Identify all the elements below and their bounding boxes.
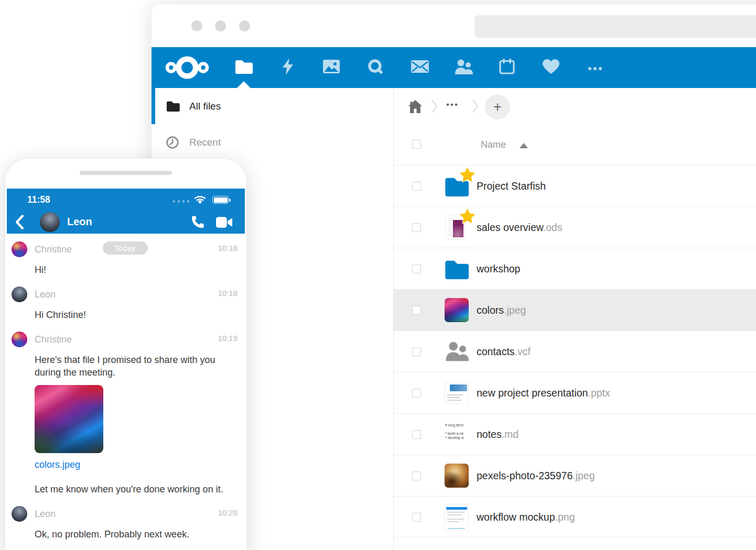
attachment-image-colors-jpeg[interactable]	[35, 385, 103, 453]
file-extension: .pptx	[588, 387, 610, 399]
favorite-star-icon[interactable]	[459, 207, 476, 226]
photo-thumbnail	[445, 464, 469, 488]
file-name[interactable]: workshop	[477, 263, 520, 274]
avatar-christine[interactable]	[12, 332, 27, 347]
avatar-leon[interactable]	[12, 287, 27, 302]
clock-icon	[166, 136, 180, 149]
mockup-text-line	[447, 512, 465, 513]
file-name[interactable]: Project Starfish	[477, 180, 546, 192]
file-name[interactable]: colors	[477, 304, 504, 316]
slide-text-line	[447, 397, 460, 398]
favorites-heart-app-icon[interactable]	[543, 59, 559, 76]
chat-message: Leon 10:18 Hi Christine!	[12, 287, 239, 321]
row-checkbox[interactable]	[412, 430, 421, 439]
wifi-icon	[194, 195, 206, 206]
browser-chrome	[152, 4, 756, 47]
row-checkbox[interactable]	[412, 471, 421, 480]
file-name[interactable]: pexels-photo-235976	[477, 470, 573, 481]
message-text: Hi Christine!	[35, 309, 228, 321]
file-row-colors[interactable]: colors.jpeg	[394, 289, 756, 331]
row-checkbox[interactable]	[412, 513, 421, 522]
file-extension: .md	[502, 428, 519, 440]
file-name[interactable]: notes	[477, 428, 502, 440]
file-row-workflow-mockup[interactable]: workflow mockup.png	[394, 496, 756, 537]
activity-app-icon[interactable]	[282, 58, 294, 77]
breadcrumb: ••• +	[394, 88, 756, 126]
file-extension: .jpeg	[504, 304, 526, 316]
phone-call-icon[interactable]	[191, 215, 204, 230]
select-all-checkbox[interactable]	[412, 140, 421, 149]
row-checkbox[interactable]	[412, 306, 421, 315]
video-call-icon[interactable]	[216, 217, 232, 230]
file-row-notes[interactable]: # long term * build a ne * develop a not…	[394, 413, 756, 455]
breadcrumb-ellipsis[interactable]: •••	[446, 100, 459, 110]
file-row-contacts[interactable]: contacts.vcf	[394, 331, 756, 372]
file-name[interactable]: sales overview	[477, 222, 543, 233]
address-bar[interactable]	[474, 15, 756, 38]
nextcloud-logo-icon[interactable]	[164, 54, 210, 83]
message-author: Christine	[35, 244, 72, 255]
mockup-text-line	[447, 514, 462, 515]
row-checkbox[interactable]	[412, 347, 421, 356]
markdown-preview-line: * develop a	[445, 436, 471, 440]
window-control-dot[interactable]	[215, 20, 226, 31]
slide-banner	[450, 384, 467, 391]
photos-app-icon[interactable]	[323, 60, 340, 75]
contacts-app-icon[interactable]	[454, 59, 473, 76]
phone-speaker	[80, 171, 172, 175]
window-control-dot[interactable]	[239, 20, 250, 31]
mockup-thumbnail	[445, 504, 469, 531]
chat-message-list: Christine Today 10:18 Hi! Leon 10:18 Hi …	[7, 234, 245, 541]
chat-message: Christine Today 10:18 Hi!	[12, 241, 239, 276]
row-checkbox[interactable]	[412, 223, 421, 232]
file-row-sales-overview[interactable]: sales overview.ods	[394, 206, 756, 248]
file-row-project-starfish[interactable]: Project Starfish	[394, 165, 756, 206]
sidebar-item-recent[interactable]: Recent	[152, 124, 393, 160]
message-text: Here's that file I promised to share wit…	[35, 354, 228, 379]
contact-name: Leon	[67, 216, 92, 228]
file-name[interactable]: workflow mockup	[477, 511, 555, 523]
mockup-text-line	[447, 519, 464, 520]
talk-app-icon[interactable]	[368, 59, 383, 76]
file-list-header: Name	[394, 126, 756, 165]
window-control-dot[interactable]	[191, 20, 202, 31]
row-checkbox[interactable]	[412, 182, 421, 191]
status-bar-time: 11:58	[27, 194, 50, 205]
contact-avatar[interactable]	[40, 212, 60, 232]
home-icon[interactable]	[408, 100, 422, 115]
sidebar-item-all-files[interactable]: All files	[152, 88, 393, 124]
date-badge: Today	[102, 241, 147, 255]
contacts-icon	[445, 340, 469, 365]
battery-icon	[212, 196, 229, 204]
file-row-presentation[interactable]: new project presentation.pptx	[394, 372, 756, 413]
back-chevron-icon[interactable]	[16, 215, 24, 232]
file-list-panel: ••• + Name Project Starfi	[394, 88, 756, 550]
sort-ascending-icon[interactable]	[520, 143, 528, 148]
chat-message: Christine 10:19 Here's that file I promi…	[12, 332, 239, 496]
message-time: 10:20	[218, 508, 237, 517]
slide-text-line	[447, 394, 463, 395]
row-checkbox[interactable]	[412, 389, 421, 398]
name-column-header[interactable]: Name	[481, 139, 506, 150]
message-text: Ok, no problem. Probably next week.	[35, 528, 228, 541]
file-name[interactable]: contacts	[477, 346, 515, 357]
calendar-app-icon[interactable]	[499, 59, 515, 76]
row-checkbox[interactable]	[412, 265, 421, 273]
active-app-notch	[237, 81, 251, 88]
file-extension: .jpeg	[573, 470, 595, 481]
folder-icon	[445, 259, 469, 279]
file-row-pexels-photo[interactable]: pexels-photo-235976.jpeg	[394, 455, 756, 496]
file-extension: .ods	[543, 222, 563, 233]
attachment-file-link[interactable]: colors.jpeg	[35, 459, 80, 470]
file-row-workshop[interactable]: workshop	[394, 248, 756, 289]
file-name[interactable]: new project presentation	[477, 387, 588, 399]
mail-app-icon[interactable]	[411, 60, 429, 75]
avatar-leon[interactable]	[12, 506, 27, 522]
mockup-text-line	[447, 521, 459, 522]
more-apps-icon[interactable]	[588, 63, 602, 72]
files-app-icon[interactable]	[235, 59, 253, 76]
avatar-christine[interactable]	[12, 241, 27, 257]
chevron-right-icon	[431, 100, 438, 115]
favorite-star-icon[interactable]	[459, 166, 476, 184]
new-file-button[interactable]: +	[485, 94, 510, 119]
